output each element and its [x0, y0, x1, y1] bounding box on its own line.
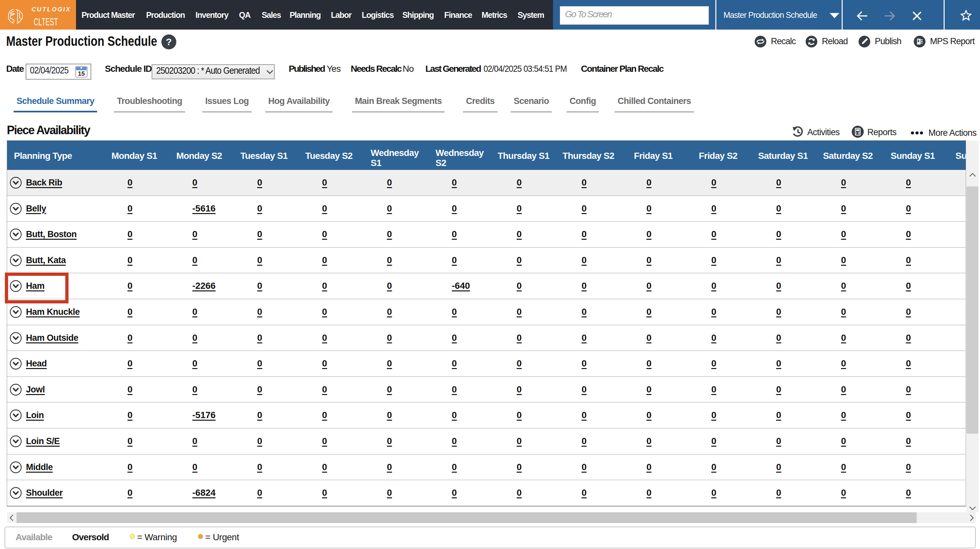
svg-text:?: ?	[166, 37, 172, 47]
svg-text:15: 15	[78, 70, 85, 77]
